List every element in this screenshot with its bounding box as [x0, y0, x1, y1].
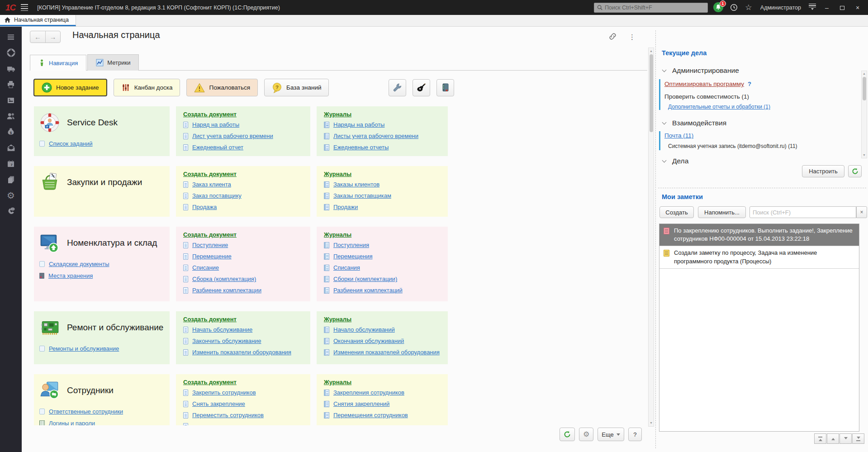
notes-search-field[interactable] [749, 206, 856, 218]
journals-header[interactable]: Журналы [324, 379, 351, 385]
journal-link[interactable]: Закрепления сотрудников [333, 389, 404, 396]
journal-link[interactable]: Списания [333, 264, 360, 271]
todo-refresh-button[interactable] [848, 165, 862, 177]
main-scrollbar-thumb[interactable] [650, 54, 653, 132]
additional-reports-link[interactable]: Дополнительные отчеты и обработки (1) [668, 104, 770, 110]
knowledge-base-button[interactable]: ? База знаний [264, 79, 329, 96]
history-icon[interactable] [730, 3, 739, 12]
storage-places-link[interactable]: Места хранения [48, 272, 93, 279]
form-settings-button[interactable]: ⚙ [579, 428, 593, 441]
create-doc-link[interactable]: Списание [192, 264, 219, 271]
current-user[interactable]: Администратор [760, 5, 801, 11]
create-doc-link[interactable]: Заказ поставщику [192, 192, 242, 199]
back-button[interactable]: ← [30, 31, 45, 43]
complain-button[interactable]: Пожаловаться [186, 79, 258, 96]
tab-metrics[interactable]: Метрики [87, 54, 139, 71]
sections-menu-icon[interactable] [6, 32, 16, 42]
journal-link[interactable]: Изменения показателей оборудования [333, 349, 440, 356]
favorites-star-icon[interactable]: ☆ [744, 3, 753, 12]
journal-link[interactable]: Поступления [333, 242, 369, 248]
journal-link[interactable]: Сборки (комплектации) [333, 276, 397, 282]
close-button[interactable]: × [853, 4, 863, 11]
journals-header[interactable]: Журналы [324, 171, 351, 177]
todo-scrollbar[interactable]: ▲ ▼ [861, 71, 867, 158]
create-doc-header[interactable]: Создать документ [183, 379, 237, 385]
configure-button[interactable]: Настроить [802, 165, 844, 177]
maximize-button[interactable] [837, 4, 847, 11]
service-menu-icon[interactable] [808, 4, 816, 12]
tab-navigation[interactable]: Навигация [30, 55, 86, 71]
optimize-program-link[interactable]: Оптимизировать программу [664, 81, 744, 87]
journal-link[interactable]: Перемещения [333, 253, 372, 260]
journals-header[interactable]: Журналы [324, 111, 351, 118]
help-button[interactable]: ? [628, 428, 642, 441]
journals-header[interactable]: Журналы [324, 231, 351, 238]
go-up-button[interactable] [827, 433, 839, 444]
global-search-input[interactable] [605, 5, 705, 11]
journal-link[interactable]: Начало обслуживаний [333, 326, 395, 333]
repairs-link[interactable]: Ремонты и обслуживание [49, 345, 119, 352]
note-create-button[interactable]: Создать [659, 206, 694, 218]
create-doc-header[interactable]: Создать документ [183, 171, 237, 177]
create-doc-link[interactable]: Сборка (комплектация) [192, 276, 256, 282]
more-menu-icon[interactable]: ⋮ [629, 33, 636, 41]
optimize-help-link[interactable]: ? [748, 81, 751, 87]
scroll-up-icon[interactable]: ▲ [862, 71, 867, 76]
truck-icon[interactable] [6, 63, 16, 74]
create-doc-link[interactable]: Заказ клиента [192, 181, 231, 188]
group-affairs[interactable]: Дела [663, 157, 688, 165]
journal-link[interactable]: Продажи [333, 204, 358, 210]
main-menu-icon[interactable] [21, 4, 28, 11]
warehouse-docs-link[interactable]: Складские документы [49, 261, 109, 267]
note-remind-button[interactable]: Напомнить... [698, 206, 746, 218]
create-doc-header[interactable]: Создать документ [183, 111, 237, 118]
notifications-button[interactable]: 1 [713, 2, 724, 13]
group-administration[interactable]: Администрирование [663, 67, 739, 75]
scroll-down-icon[interactable]: ▼ [862, 153, 867, 157]
journal-link[interactable]: Листы учета рабочего времени [333, 133, 418, 139]
create-doc-link[interactable]: Наряд на работы [192, 121, 239, 128]
phone-support-icon[interactable] [6, 206, 16, 216]
create-doc-link[interactable]: Разбиение комплектации [192, 287, 261, 294]
mail-icon[interactable] [6, 143, 16, 153]
note-item[interactable]: Создали заметку по процессу, Задача на и… [659, 246, 859, 268]
minimize-button[interactable]: – [822, 4, 832, 11]
global-search[interactable] [594, 3, 708, 13]
create-doc-link[interactable]: Закрепить сотрудников [192, 389, 256, 396]
create-doc-header[interactable]: Создать документ [183, 231, 237, 238]
create-doc-link[interactable]: Поступление [192, 242, 228, 248]
tab-home-page[interactable]: Начальная страница [0, 15, 76, 26]
create-doc-link[interactable]: Закончить обслуживание [192, 338, 261, 344]
create-doc-link[interactable]: Перемещение [192, 253, 232, 260]
create-doc-link[interactable]: Лист учета рабочего времени [192, 133, 273, 139]
kanban-board-button[interactable]: Канбан доска [114, 79, 180, 96]
go-down-button[interactable] [840, 433, 852, 444]
gear-icon[interactable]: ⚙ [6, 190, 16, 200]
get-link-icon[interactable] [608, 32, 617, 42]
mail-link[interactable]: Почта (11) [664, 132, 693, 139]
settings-wrench-button[interactable] [389, 79, 406, 96]
journal-link[interactable]: Перемещения сотрудников [333, 412, 408, 419]
guitar-button[interactable] [413, 79, 430, 96]
documents-stack-icon[interactable] [6, 174, 16, 185]
create-doc-link[interactable]: Ежедневный отчет [192, 144, 243, 151]
calendar-icon[interactable]: 7 [6, 158, 16, 169]
responsible-employees-link[interactable]: Ответственные сотрудники [49, 408, 123, 415]
create-doc-link[interactable]: Переместить сотрудников [192, 412, 264, 419]
scroll-down-icon[interactable]: ▼ [649, 421, 654, 425]
logins-passwords-link[interactable]: Логины и пароли [49, 420, 95, 425]
employees-icon[interactable] [6, 111, 16, 121]
journals-header[interactable]: Журналы [324, 316, 351, 323]
journal-link[interactable]: Наряды на работы [333, 121, 384, 128]
refresh-button[interactable] [560, 428, 575, 441]
journal-link[interactable]: Заказы поставщикам [333, 192, 391, 199]
notes-search-clear-button[interactable]: × [856, 206, 867, 218]
service-desk-ring-icon[interactable] [6, 48, 16, 58]
scroll-up-icon[interactable]: ▲ [649, 49, 654, 53]
create-doc-link[interactable]: Изменить показатели оборудования [192, 349, 291, 356]
photo-map-icon[interactable] [6, 95, 16, 105]
journal-link[interactable]: Разбиения комплектаций [333, 287, 403, 294]
journal-link[interactable]: Ежедневные отчеты [333, 144, 389, 151]
forward-button[interactable]: → [45, 31, 60, 43]
task-list-link[interactable]: Список заданий [49, 140, 93, 147]
